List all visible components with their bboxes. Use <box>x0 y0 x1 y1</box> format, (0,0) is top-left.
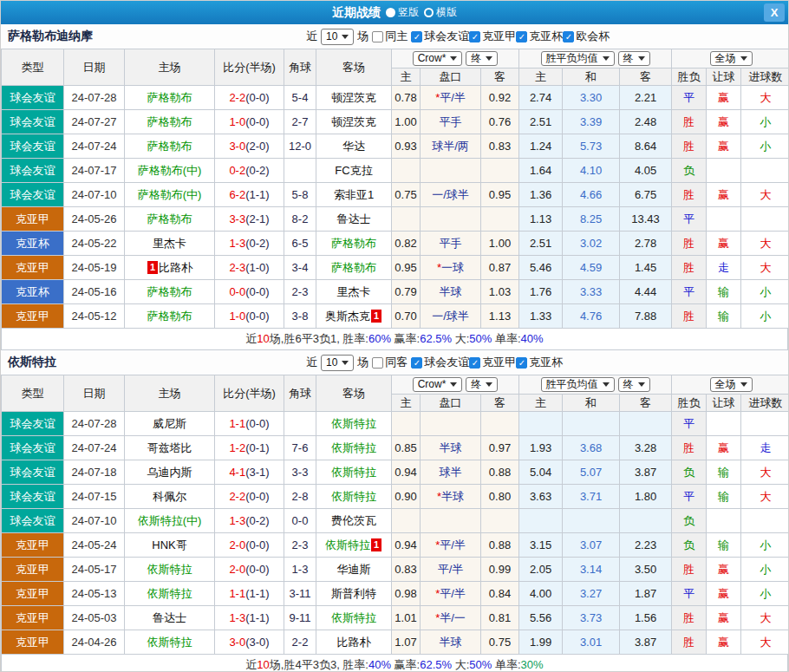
away-team-cell: 依斯特拉 <box>316 412 392 436</box>
goals-result-cell <box>741 412 789 436</box>
table-row: 克亚杯24-05-22里杰卡1-3(0-2)6-5萨格勒布0.82平手1.002… <box>2 232 789 256</box>
filters-bar: 近 10 场 同客 ✓球会友谊✓克亚甲✓克亚杯 <box>306 355 563 371</box>
odds-away-cell: 0.95 <box>481 183 519 207</box>
league-filters: ✓球会友谊✓克亚甲✓克亚杯✓欧会杯 <box>411 29 610 44</box>
star-marker: * <box>435 538 440 551</box>
fulltime-score: 3-0 <box>229 636 245 649</box>
odds-home-cell: 1.00 <box>392 110 421 134</box>
team-label: 奥斯杰克 <box>325 310 370 323</box>
odds-time-select[interactable]: 终 <box>466 51 498 66</box>
avg-time-select[interactable]: 终 <box>618 377 650 392</box>
home-team-cell: 萨格勒布(中) <box>125 183 215 207</box>
close-button[interactable]: X <box>764 3 785 22</box>
handicap-result-cell: 赢 <box>707 232 741 256</box>
same-side-checkbox[interactable]: 同主 <box>372 29 408 44</box>
table-row: 球会友谊24-07-27萨格勒布1-0(0-0)2-7顿涅茨克1.00平手0.7… <box>2 110 789 134</box>
odds-company-select[interactable]: Crow* <box>413 377 463 392</box>
halftime-score: (0-2) <box>245 237 269 250</box>
result-group-header: 全场 <box>672 49 789 69</box>
fulltime-score: 2-3 <box>229 261 245 274</box>
team-section: 萨格勒布迪纳摩 近 10 场 同主 ✓球会友谊✓克亚甲✓克亚杯✓欧会杯 类型日期… <box>1 24 788 350</box>
goals-result-cell: 小 <box>741 280 789 304</box>
chevron-down-icon <box>450 56 457 61</box>
home-team-cell: 萨格勒布 <box>125 280 215 304</box>
league-checkbox-克亚杯[interactable]: ✓克亚杯 <box>516 355 563 370</box>
league-checkbox-克亚杯[interactable]: ✓克亚杯 <box>516 29 563 44</box>
handicap-result-cell: 赢 <box>707 134 741 159</box>
match-count-select[interactable]: 10 <box>321 29 354 45</box>
star-marker: * <box>435 91 440 104</box>
league-checkbox-克亚甲[interactable]: ✓克亚甲 <box>469 29 516 44</box>
layout-radio-vertical[interactable]: 竖版 <box>386 5 419 20</box>
result-group-header: 全场 <box>672 375 789 395</box>
avg-time-select-value: 终 <box>623 51 634 66</box>
odds-company-select[interactable]: Crow* <box>413 51 463 66</box>
team-name: 萨格勒布迪纳摩 <box>8 29 93 44</box>
avg-odds-cell: 5.56 <box>519 606 563 630</box>
handicap-cell: *一球 <box>421 256 481 280</box>
home-team-cell: 萨格勒布 <box>125 86 215 110</box>
avg-odds-cell: 5.73 <box>563 134 620 159</box>
layout-radio-horizontal[interactable]: 横版 <box>424 5 457 20</box>
odds-home-cell: 0.98 <box>392 582 421 606</box>
odds-home-cell: 0.79 <box>392 280 421 304</box>
sub-column-header: 胜负 <box>672 395 707 412</box>
away-team-cell: 依斯特拉 <box>316 606 392 630</box>
table-row: 克亚甲24-05-13依斯特拉1-1(1-1)3-11斯普利特0.98*平/半0… <box>2 582 789 606</box>
odds-time-select-value: 终 <box>471 51 481 66</box>
scope-select[interactable]: 全场 <box>710 51 753 66</box>
avg-type-select[interactable]: 胜平负均值 <box>541 51 615 66</box>
odds-away-cell: 0.81 <box>481 606 519 630</box>
handicap-cell <box>421 159 481 183</box>
odds-home-cell: 1.07 <box>392 630 421 655</box>
away-team-cell: 依斯特拉1 <box>316 533 392 558</box>
checkbox-icon: ✓ <box>516 357 527 369</box>
avg-type-select[interactable]: 胜平负均值 <box>541 377 615 392</box>
avg-odds-cell: 3.33 <box>563 280 620 304</box>
match-type-cell: 球会友谊 <box>2 159 64 183</box>
avg-odds-cell: 5.04 <box>519 460 563 485</box>
goals-result-cell: 大 <box>741 606 789 630</box>
score-cell: 1-0(0-0) <box>215 304 284 329</box>
team-label: 萨格勒布(中) <box>138 188 202 201</box>
odds-home-cell <box>392 159 421 183</box>
league-checkbox-克亚甲[interactable]: ✓克亚甲 <box>469 355 516 370</box>
away-team-cell: FC克拉 <box>316 159 392 183</box>
match-type-cell: 克亚甲 <box>2 533 64 558</box>
corner-cell: 5-8 <box>284 183 316 207</box>
same-side-label: 同主 <box>385 29 408 44</box>
scope-select[interactable]: 全场 <box>710 377 753 392</box>
avg-time-select[interactable]: 终 <box>618 51 650 66</box>
league-checkbox-球会友谊[interactable]: ✓球会友谊 <box>411 29 469 44</box>
away-team-cell: 萨格勒布 <box>316 232 392 256</box>
halftime-score: (2-1) <box>245 212 269 225</box>
chevron-down-icon <box>450 382 457 387</box>
near-label: 近 <box>306 355 317 370</box>
league-checkbox-欧会杯[interactable]: ✓欧会杯 <box>563 29 610 44</box>
summary-segment: 40% <box>368 658 391 671</box>
corner-cell: 12-0 <box>284 134 316 159</box>
chevron-down-icon <box>740 382 747 387</box>
home-team-cell: 科佩尔 <box>125 485 215 509</box>
league-checkbox-球会友谊[interactable]: ✓球会友谊 <box>411 355 469 370</box>
table-row: 球会友谊24-07-18乌迪内斯4-1(3-1)3-3依斯特拉0.94球半0.8… <box>2 460 789 485</box>
halftime-score: (0-1) <box>245 441 269 454</box>
avg-odds-cell: 1.76 <box>519 280 563 304</box>
home-team-cell: 威尼斯 <box>125 412 215 436</box>
odds-home-cell: 0.75 <box>392 183 421 207</box>
section-header: 萨格勒布迪纳摩 近 10 场 同主 ✓球会友谊✓克亚甲✓克亚杯✓欧会杯 <box>1 24 788 49</box>
same-side-checkbox[interactable]: 同客 <box>372 355 408 370</box>
fulltime-score: 3-0 <box>229 140 245 153</box>
match-count-select[interactable]: 10 <box>321 355 354 371</box>
outcome-cell: 平 <box>672 412 707 436</box>
corner-cell: 0-0 <box>284 509 316 533</box>
odds-away-cell: 0.80 <box>481 485 519 509</box>
avg-odds-cell: 3.63 <box>519 485 563 509</box>
odds-time-select[interactable]: 终 <box>466 377 498 392</box>
odds-home-cell: 1.01 <box>392 606 421 630</box>
home-team-cell: 1比路朴 <box>125 256 215 280</box>
handicap-cell: 球半 <box>421 460 481 485</box>
home-team-cell: 萨格勒布 <box>125 134 215 159</box>
away-team-cell: 华达 <box>316 134 392 159</box>
avg-odds-cell: 8.64 <box>620 134 672 159</box>
